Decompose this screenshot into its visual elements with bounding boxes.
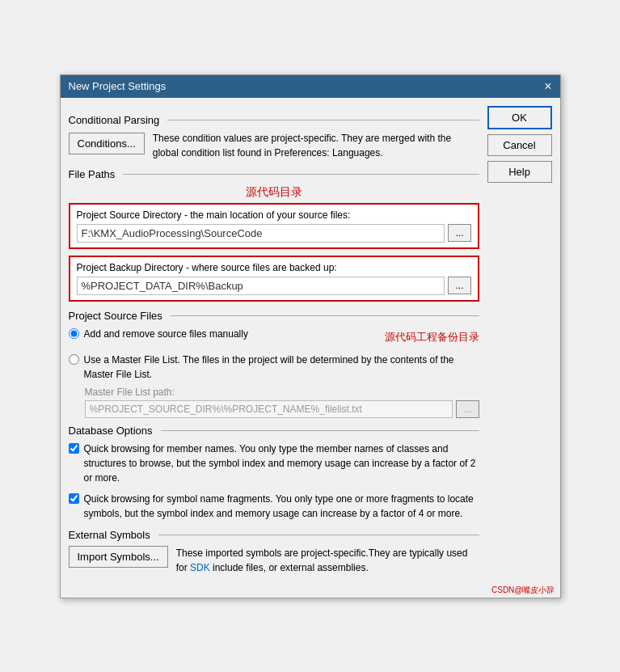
source-directory-group: Project Source Directory - the main loca… xyxy=(69,203,479,249)
close-icon[interactable]: × xyxy=(544,80,551,93)
source-browse-button[interactable]: ... xyxy=(448,224,470,242)
radio-row-2: Use a Master File List. The files in the… xyxy=(69,353,479,382)
master-file-row: ... xyxy=(85,400,479,418)
source-dir-label: Project Source Directory - the main loca… xyxy=(77,209,471,221)
project-source-files-label: Project Source Files xyxy=(69,310,167,322)
watermark: CSDN@嘴皮小辞 xyxy=(61,583,560,598)
checkbox-member-names[interactable] xyxy=(69,443,79,454)
help-button[interactable]: Help xyxy=(487,161,552,183)
main-content: Conditional Parsing Conditions... These … xyxy=(69,106,479,575)
radio-manual[interactable] xyxy=(69,328,79,339)
file-paths-label: File Paths xyxy=(69,168,120,180)
backup-dir-label: Project Backup Directory - where source … xyxy=(77,262,471,273)
title-bar: New Project Settings × xyxy=(61,75,560,98)
checkbox-row-1: Quick browsing for member names. You onl… xyxy=(69,442,479,485)
backup-browse-button[interactable]: ... xyxy=(448,277,470,294)
source-dir-input[interactable] xyxy=(77,224,445,243)
dialog-window: New Project Settings × Conditional Parsi… xyxy=(60,74,561,598)
backup-dir-input[interactable] xyxy=(77,277,445,295)
import-desc-part2: include files, or external assemblies. xyxy=(210,562,369,573)
conditional-parsing-content: Conditions... These condition values are… xyxy=(69,131,479,160)
import-symbols-button[interactable]: Import Symbols... xyxy=(69,546,168,568)
master-file-list-section: Master File List path: ... xyxy=(85,387,479,418)
radio-manual-label: Add and remove source files manually xyxy=(84,327,248,341)
conditional-parsing-header: Conditional Parsing xyxy=(69,114,479,126)
master-file-list-label: Master File List path: xyxy=(85,387,479,398)
backup-dir-row: ... xyxy=(77,277,471,295)
database-options-label: Database Options xyxy=(69,425,158,437)
radio-master-file[interactable] xyxy=(69,354,79,365)
dialog-title: New Project Settings xyxy=(69,80,167,92)
radio-master-file-label: Use a Master File List. The files in the… xyxy=(84,353,479,382)
database-options-divider xyxy=(161,430,479,431)
source-files-section: Add and remove source files manually 源代码… xyxy=(69,327,479,418)
import-symbols-description: These imported symbols are project-speci… xyxy=(176,546,479,575)
checkbox-symbol-fragments-label: Quick browsing for symbol name fragments… xyxy=(84,492,479,521)
sdk-text: SDK xyxy=(190,562,210,573)
section-divider xyxy=(167,120,479,120)
checkbox-member-names-label: Quick browsing for member names. You onl… xyxy=(84,442,479,485)
external-symbols-header: External Symbols xyxy=(69,529,479,541)
chinese-source-annotation: 源代码目录 xyxy=(69,185,479,200)
conditional-parsing-label: Conditional Parsing xyxy=(69,114,165,126)
project-source-files-divider xyxy=(171,315,479,316)
backup-directory-group: Project Backup Directory - where source … xyxy=(69,256,479,302)
checkbox-symbol-fragments[interactable] xyxy=(69,493,79,504)
source-dir-row: ... xyxy=(77,224,471,243)
dialog-body: Conditional Parsing Conditions... These … xyxy=(61,98,560,583)
checkbox-row-2: Quick browsing for symbol name fragments… xyxy=(69,492,479,521)
radio-row-1: Add and remove source files manually 源代码… xyxy=(69,327,479,348)
external-section-content: Import Symbols... These imported symbols… xyxy=(69,546,479,575)
file-paths-header: File Paths xyxy=(69,168,479,180)
side-buttons: OK Cancel Help xyxy=(487,106,552,575)
conditions-button[interactable]: Conditions... xyxy=(69,133,145,154)
master-file-input xyxy=(85,400,453,418)
database-options-header: Database Options xyxy=(69,425,479,437)
file-paths-divider xyxy=(123,174,479,175)
conditions-description: These condition values are project-speci… xyxy=(153,131,479,160)
chinese-backup-annotation: 源代码工程备份目录 xyxy=(385,330,479,344)
external-symbols-label: External Symbols xyxy=(69,529,155,541)
master-browse-button: ... xyxy=(456,400,479,418)
external-symbols-divider xyxy=(158,535,479,535)
cancel-button[interactable]: Cancel xyxy=(487,134,552,156)
project-source-files-header: Project Source Files xyxy=(69,310,479,322)
ok-button[interactable]: OK xyxy=(487,106,552,129)
